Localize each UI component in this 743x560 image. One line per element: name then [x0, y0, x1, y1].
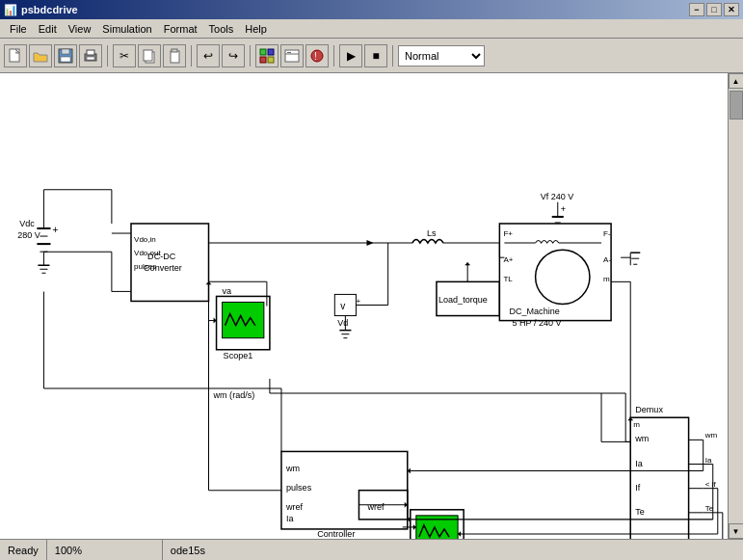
menu-tools[interactable]: Tools — [203, 21, 240, 37]
svg-text:pulses: pulses — [134, 262, 156, 271]
separator-4 — [333, 45, 334, 67]
status-zoom: 100% — [47, 540, 163, 560]
new-button[interactable] — [4, 44, 27, 67]
svg-rect-5 — [87, 50, 94, 55]
svg-text:Te: Te — [635, 507, 645, 517]
svg-text:wm: wm — [285, 464, 300, 473]
cut-button[interactable]: ✂ — [113, 44, 136, 67]
copy-button[interactable] — [138, 44, 161, 67]
svg-point-18 — [311, 50, 323, 62]
svg-text:m: m — [603, 275, 610, 283]
svg-rect-12 — [268, 49, 274, 55]
titlebar-left: 📊 psbdcdrive — [4, 4, 78, 16]
undo-button[interactable]: ↩ — [197, 44, 220, 67]
stop-button[interactable]: ■ — [364, 44, 387, 67]
redo-button[interactable]: ↪ — [222, 44, 245, 67]
svg-text:F+: F+ — [503, 229, 513, 238]
svg-text:pulses: pulses — [286, 483, 312, 493]
svg-point-71 — [536, 250, 590, 304]
svg-text:wm: wm — [634, 434, 649, 443]
library-button[interactable] — [255, 44, 279, 67]
menubar: File Edit View Simulation Format Tools H… — [0, 19, 743, 39]
status-solver: ode15s — [163, 540, 743, 560]
menu-simulation[interactable]: Simulation — [96, 21, 157, 37]
separator-5 — [392, 45, 393, 67]
svg-text:m: m — [633, 420, 640, 429]
maximize-button[interactable]: □ — [706, 3, 722, 16]
separator-1 — [107, 45, 108, 67]
svg-rect-17 — [287, 52, 291, 53]
titlebar: 📊 psbdcdrive − □ ✕ — [0, 0, 743, 19]
svg-text:< lf: < lf — [705, 480, 717, 489]
svg-text:Ls: Ls — [427, 228, 437, 238]
svg-text:+: + — [52, 225, 58, 235]
svg-text:Load_torque: Load_torque — [438, 295, 488, 305]
svg-text:Ia: Ia — [286, 514, 295, 523]
separator-3 — [250, 45, 251, 67]
run-button[interactable]: ▶ — [339, 44, 362, 67]
svg-text:A-: A- — [603, 255, 611, 264]
svg-text:TL: TL — [503, 275, 513, 283]
svg-rect-13 — [260, 57, 266, 63]
svg-rect-9 — [171, 51, 179, 63]
svg-text:Ia: Ia — [705, 456, 712, 465]
menu-view[interactable]: View — [63, 21, 97, 37]
svg-text:va: va — [223, 286, 233, 296]
open-button[interactable] — [29, 44, 52, 67]
svg-rect-10 — [172, 49, 177, 52]
vertical-scrollbar[interactable]: ▲ ▼ — [728, 73, 743, 539]
print-button[interactable] — [79, 44, 102, 67]
debugger-button[interactable]: ! — [305, 44, 329, 67]
svg-text:+: + — [561, 204, 566, 214]
statusbar: Ready 100% ode15s — [0, 539, 743, 560]
save-button[interactable] — [54, 44, 77, 67]
status-ready: Ready — [0, 540, 47, 560]
circuit-diagram: + Vdc 280 V DC-DC Converter Vdo,in Vdo,o… — [0, 73, 728, 539]
svg-text:v: v — [340, 301, 345, 311]
titlebar-title: psbdcdrive — [21, 4, 78, 15]
titlebar-controls[interactable]: − □ ✕ — [689, 3, 739, 16]
simulation-mode-select[interactable]: Normal Accelerator Rapid Accelerator — [398, 45, 485, 67]
svg-text:Controller: Controller — [317, 529, 355, 539]
toolbar: ✂ ↩ ↪ ! ▶ ■ Normal Accelerator Rapid Acc… — [0, 39, 743, 73]
model-browser-button[interactable] — [280, 44, 304, 67]
scroll-up-button[interactable]: ▲ — [729, 73, 744, 89]
svg-rect-6 — [87, 57, 94, 60]
svg-text:Vf 240 V: Vf 240 V — [541, 192, 574, 201]
svg-text:wref: wref — [367, 502, 385, 512]
diagram-canvas[interactable]: + Vdc 280 V DC-DC Converter Vdo,in Vdo,o… — [0, 73, 728, 539]
svg-rect-11 — [260, 49, 266, 55]
svg-text:Te: Te — [705, 504, 714, 513]
svg-rect-8 — [144, 50, 152, 61]
close-button[interactable]: ✕ — [724, 3, 739, 16]
scroll-down-button[interactable]: ▼ — [729, 523, 744, 539]
menu-help[interactable]: Help — [239, 21, 273, 37]
svg-text:Vdo,out: Vdo,out — [134, 249, 162, 257]
svg-text:A+: A+ — [503, 255, 513, 264]
main-area: + Vdc 280 V DC-DC Converter Vdo,in Vdo,o… — [0, 73, 743, 539]
paste-button[interactable] — [163, 44, 186, 67]
scroll-thumb[interactable] — [730, 91, 743, 120]
svg-text:F-: F- — [603, 229, 611, 238]
svg-rect-15 — [285, 50, 299, 62]
menu-file[interactable]: File — [4, 21, 33, 37]
separator-2 — [191, 45, 192, 67]
menu-edit[interactable]: Edit — [33, 21, 63, 37]
svg-text:!: ! — [314, 51, 317, 62]
svg-text:Vdo,in: Vdo,in — [134, 235, 156, 244]
svg-text:Scope1: Scope1 — [224, 351, 253, 360]
svg-text:If: If — [635, 483, 641, 493]
svg-rect-2 — [62, 49, 69, 54]
svg-rect-3 — [61, 57, 70, 62]
svg-text:wm: wm — [704, 431, 718, 440]
svg-text:wm (rad/s): wm (rad/s) — [213, 390, 255, 400]
svg-text:Vd: Vd — [337, 318, 348, 328]
svg-text:5 HP / 240 V: 5 HP / 240 V — [512, 318, 561, 328]
svg-text:Vdc: Vdc — [19, 219, 35, 228]
svg-text:Demux: Demux — [635, 405, 663, 414]
menu-format[interactable]: Format — [158, 21, 203, 37]
app-icon: 📊 — [4, 4, 17, 16]
minimize-button[interactable]: − — [689, 3, 704, 16]
svg-text:Ia: Ia — [635, 459, 644, 468]
scroll-track[interactable] — [729, 89, 743, 523]
